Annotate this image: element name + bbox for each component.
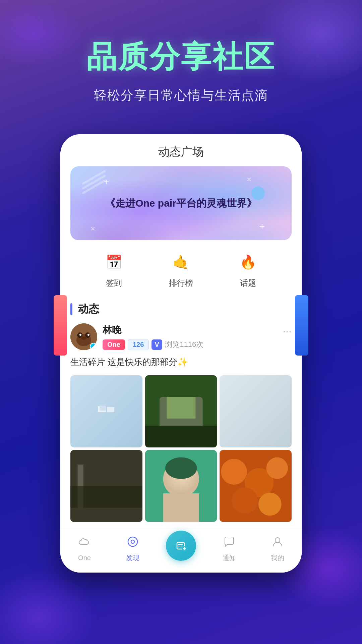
- nav-label-one: One: [78, 554, 91, 562]
- checkin-icon: 📅: [102, 250, 126, 274]
- main-title: 品质分享社区: [0, 40, 362, 73]
- section-bar: [70, 303, 72, 315]
- avatar-badge: [90, 343, 97, 350]
- action-checkin[interactable]: 📅 签到: [102, 250, 126, 288]
- phone-screen: 动态广场 + × + × 《走: [60, 134, 302, 573]
- ranking-label: 排行榜: [169, 278, 193, 288]
- quick-actions: 📅 签到 🤙 排行榜 🔥 话题: [60, 240, 302, 299]
- post-meta: 林晚 One 126 V 浏览1116次: [103, 324, 277, 350]
- post-image-2[interactable]: [145, 375, 217, 447]
- svg-point-24: [221, 459, 247, 484]
- svg-point-26: [266, 457, 288, 479]
- svg-point-30: [131, 540, 134, 543]
- tag-verified: V: [152, 339, 162, 350]
- chat-icon: [223, 536, 235, 548]
- ranking-icon: 🤙: [169, 250, 193, 274]
- svg-point-27: [232, 487, 258, 513]
- side-peek-right: [295, 295, 308, 356]
- post-header: 林晚 One 126 V 浏览1116次 ···: [70, 323, 292, 350]
- svg-point-4: [79, 334, 81, 336]
- side-peek-left: [54, 295, 67, 356]
- tag-level: 126: [128, 339, 149, 350]
- svg-point-5: [87, 334, 89, 336]
- edit-icon: [174, 539, 188, 552]
- profile-icon: [272, 536, 284, 548]
- post-image-4[interactable]: [70, 450, 142, 522]
- discover-icon: [127, 536, 139, 548]
- nav-item-discover[interactable]: 发现: [109, 536, 157, 562]
- post-more-button[interactable]: ···: [283, 323, 292, 337]
- svg-rect-18: [70, 486, 142, 507]
- svg-rect-14: [167, 397, 195, 418]
- phone-mockup-container: 动态广场 + × + × 《走: [60, 134, 302, 573]
- post-author: 林晚: [103, 324, 277, 336]
- screen-title: 动态广场: [158, 145, 204, 158]
- fab-button[interactable]: [166, 531, 196, 561]
- sub-title: 轻松分享日常心情与生活点滴: [0, 87, 362, 104]
- banner[interactable]: + × + × 《走进One pair平台的灵魂世界》: [70, 166, 292, 240]
- banner-plus-2: +: [259, 221, 265, 232]
- nav-item-profile[interactable]: 我的: [253, 536, 302, 562]
- img1-decoration: [96, 403, 116, 420]
- topics-label: 话题: [240, 278, 256, 288]
- nav-item-one[interactable]: One: [60, 536, 109, 562]
- nav-label-profile: 我的: [271, 553, 284, 562]
- checkin-label: 签到: [106, 278, 122, 288]
- action-topics[interactable]: 🔥 话题: [236, 250, 260, 288]
- img5-decoration: [145, 450, 217, 522]
- header-section: 品质分享社区 轻松分享日常心情与生活点滴: [0, 0, 362, 104]
- screen-header: 动态广场: [60, 134, 302, 166]
- post-item: 林晚 One 126 V 浏览1116次 ··· 生活碎片 这是快乐的那部分✨: [60, 323, 302, 529]
- banner-x-2: ×: [90, 224, 95, 233]
- post-image-3[interactable]: [220, 375, 292, 447]
- avatar[interactable]: [70, 323, 97, 350]
- nav-label-discover: 发现: [126, 553, 139, 562]
- post-image-5[interactable]: [145, 450, 217, 522]
- action-ranking[interactable]: 🤙 排行榜: [169, 250, 193, 288]
- svg-point-28: [258, 492, 282, 516]
- topics-icon: 🔥: [236, 250, 260, 274]
- post-tags: One 126 V 浏览1116次: [103, 339, 277, 350]
- nav-icon-discover: [127, 536, 139, 551]
- tag-one: One: [103, 339, 125, 350]
- svg-point-22: [165, 457, 197, 479]
- banner-x-1: ×: [247, 175, 251, 184]
- post-image-grid: [70, 375, 292, 522]
- nav-item-fab[interactable]: [157, 537, 205, 561]
- post-content: 生活碎片 这是快乐的那部分✨: [70, 356, 292, 369]
- cloud-icon: [78, 536, 90, 548]
- svg-rect-15: [145, 426, 217, 447]
- post-image-6[interactable]: [220, 450, 292, 522]
- section-header: 动态: [60, 299, 302, 323]
- svg-rect-11: [107, 407, 114, 412]
- post-image-1[interactable]: [70, 375, 142, 447]
- bottom-navigation: One 发现: [60, 529, 302, 573]
- svg-point-6: [81, 336, 86, 340]
- banner-text: 《走进One pair平台的灵魂世界》: [92, 197, 270, 210]
- post-views: 浏览1116次: [165, 339, 203, 350]
- img6-decoration: [220, 450, 292, 522]
- phone-mockup: 动态广场 + × + × 《走: [60, 134, 302, 573]
- nav-icon-profile: [272, 536, 284, 551]
- banner-waves: [70, 213, 292, 240]
- svg-rect-21: [163, 493, 199, 522]
- section-title: 动态: [78, 302, 99, 317]
- svg-point-37: [275, 538, 280, 542]
- svg-point-29: [128, 537, 137, 546]
- bg-decoration-bottom-left: [0, 570, 97, 644]
- nav-item-notify[interactable]: 通知: [205, 536, 253, 562]
- nav-icon-one: [78, 536, 90, 551]
- nav-label-notify: 通知: [223, 553, 236, 562]
- svg-rect-10: [100, 405, 106, 411]
- nav-icon-notify: [223, 536, 235, 551]
- img2-decoration: [145, 375, 217, 447]
- img4-decoration: [70, 450, 142, 522]
